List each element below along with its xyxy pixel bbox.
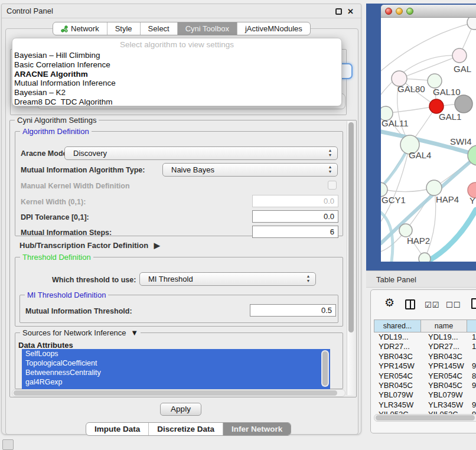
node[interactable]	[467, 18, 476, 30]
zoom-window-button[interactable]	[406, 8, 413, 15]
float-window-icon[interactable]	[335, 8, 342, 15]
close-window-button[interactable]	[385, 8, 392, 15]
column-header-partial[interactable]: A	[467, 319, 476, 332]
attribute-item-selected[interactable]: TopologicalCoefficient	[22, 358, 330, 368]
minimize-window-button[interactable]	[396, 8, 403, 15]
attribute-item-selected[interactable]: SelfLoops	[22, 349, 330, 358]
tab-impute-data[interactable]: Impute Data	[86, 423, 149, 435]
tab-select-label: Select	[148, 24, 169, 33]
mi-type-label: Mutual Information Algorithm Type:	[21, 166, 145, 174]
attribute-item-selected[interactable]: gal4RGexp	[22, 377, 330, 387]
cell-shared-name: YBR045C	[374, 381, 421, 390]
deselect-all-icon[interactable]: ☐☐	[446, 301, 461, 309]
tab-style[interactable]: Style	[107, 22, 141, 35]
table-row[interactable]: YDL19... YDL19... 13	[374, 332, 476, 342]
algorithm-option[interactable]: Mutual Information Inference	[12, 79, 341, 88]
column-header-name[interactable]: name	[421, 319, 467, 332]
table-row[interactable]: YPR145W YPR145W 9.	[374, 361, 476, 371]
settings-vertical-scrollbar[interactable]	[347, 121, 355, 395]
table-row[interactable]: YDR27... YDR27... 12	[374, 342, 476, 351]
manual-kernel-label: Manual Kernel Width Definition	[21, 182, 130, 190]
table-row[interactable]: YER054C YER054C 8.	[374, 371, 476, 381]
node-label: GAL10	[433, 87, 461, 97]
which-threshold-combobox[interactable]: MI Threshold ▲▼	[139, 272, 316, 286]
mi-type-value: Naive Bayes	[171, 165, 214, 174]
cell-value: 12	[467, 342, 476, 351]
cell-value: 9.	[467, 400, 476, 410]
node-label: SWI4	[450, 136, 472, 146]
cell-name: YBL079W	[421, 390, 467, 400]
mi-type-combobox[interactable]: Naive Bayes ▲▼	[162, 163, 338, 177]
application-root: Control Panel ✕ Network Style Select	[0, 0, 476, 450]
node-hap2[interactable]	[399, 224, 412, 237]
network-view-canvas[interactable]: GAL GAL80 GAL10 GAL1 GAL11 GAL4 SWI4 GCY…	[381, 18, 476, 262]
tab-cyni-toolbox[interactable]: Cyni Toolbox	[178, 22, 237, 35]
control-panel-tab-bar: Network Style Select Cyni Toolbox jActiv…	[53, 22, 311, 35]
node[interactable]	[419, 253, 431, 262]
table-row[interactable]: YBR043C YBR043C	[374, 352, 476, 361]
dpi-tolerance-label: DPI Tolerance [0,1]:	[21, 213, 89, 221]
table-row[interactable]: YBL079W YBL079W	[374, 390, 476, 400]
algorithm-option[interactable]: Bayesian – Hill Climbing	[12, 51, 341, 60]
table-row[interactable]: YLR345W YLR345W 9.	[374, 400, 476, 410]
tab-jactivemnodules-label: jActiveMNodules	[245, 24, 302, 33]
manual-kernel-checkbox[interactable]	[328, 181, 337, 190]
algorithm-option[interactable]: Dream8 DC_TDC Algorithm	[12, 97, 341, 106]
settings-horizontal-scrollbar[interactable]	[12, 389, 345, 397]
cell-value: 13	[467, 332, 476, 342]
node-hap4[interactable]	[426, 180, 442, 195]
algorithm-option[interactable]: Bayesian – K2	[12, 88, 341, 97]
mi-steps-field[interactable]: 6	[252, 226, 338, 238]
node-label: GAL	[454, 64, 471, 74]
data-attributes-list[interactable]: SelfLoops TopologicalCoefficient Between…	[22, 349, 330, 389]
algorithm-option-highlighted[interactable]: ARACNE Algorithm	[12, 70, 341, 79]
export-table-icon[interactable]	[471, 298, 476, 309]
tab-discretize-data[interactable]: Discretize Data	[149, 423, 223, 435]
tab-select[interactable]: Select	[141, 22, 178, 35]
minimized-panel-icon[interactable]	[2, 439, 14, 450]
mi-threshold-label: Mutual Information Threshold:	[25, 307, 132, 315]
kernel-width-label: Kernel Width (0,1):	[21, 198, 86, 206]
close-icon[interactable]: ✕	[347, 7, 354, 16]
aracne-mode-label: Aracne Mode:	[21, 149, 70, 158]
hub-definition-label: Hub/Transcription Factor Definition	[19, 241, 148, 250]
tab-infer-network[interactable]: Infer Network	[223, 423, 291, 435]
which-threshold-value: MI Threshold	[148, 275, 193, 283]
sources-group-title[interactable]: Sources for Network Inference ▼	[20, 328, 141, 337]
attribute-item-selected[interactable]: BetweennessCentrality	[22, 368, 330, 377]
cell-name: YDR27...	[421, 342, 467, 351]
mi-threshold-field[interactable]: 0.5	[250, 304, 336, 317]
node-gal-partial[interactable]	[452, 48, 467, 63]
table-row[interactable]: YBR045C YBR045C 9.	[374, 381, 476, 390]
table-horizontal-scrollbar[interactable]	[374, 414, 476, 422]
gear-icon[interactable]: ⚙	[384, 296, 395, 309]
cell-value	[467, 390, 476, 400]
attribute-list-scrollbar[interactable]	[321, 350, 329, 387]
node-label: HAP4	[436, 194, 459, 204]
columns-icon[interactable]	[405, 299, 415, 309]
kernel-width-field[interactable]: 0.0	[252, 195, 338, 207]
node-gray[interactable]	[455, 95, 472, 113]
table-panel-title: Table Panel	[376, 275, 416, 284]
cell-name: YDL19...	[421, 332, 467, 342]
algorithm-definition-title: Algorithm Definition	[20, 127, 92, 136]
cell-shared-name: YBR043C	[374, 352, 421, 361]
dpi-tolerance-field[interactable]: 0.0	[252, 210, 338, 223]
column-header-shared-name[interactable]: shared...	[374, 319, 421, 332]
tab-network[interactable]: Network	[53, 22, 107, 35]
expand-arrow-icon: ▼	[131, 328, 138, 337]
aracne-mode-value: Discovery	[73, 149, 107, 158]
tab-jactivemnodules[interactable]: jActiveMNodules	[237, 22, 310, 35]
select-all-icon[interactable]: ☑☑	[425, 301, 439, 309]
node-gal10[interactable]	[428, 74, 442, 88]
which-threshold-label: Which threshold to use:	[52, 276, 136, 284]
algorithm-option[interactable]: Basic Correlation Inference	[12, 60, 341, 70]
threshold-definition-title: Threshold Definition	[20, 253, 93, 262]
cell-value: 8.	[467, 371, 476, 381]
aracne-mode-combobox[interactable]: Discovery ▲▼	[64, 146, 338, 160]
apply-button[interactable]: Apply	[160, 403, 201, 416]
cell-shared-name: YDR27...	[374, 342, 421, 351]
cell-shared-name: YDL19...	[374, 332, 421, 342]
hub-definition-toggle[interactable]: Hub/Transcription Factor Definition ▶	[19, 241, 160, 250]
network-window-titlebar[interactable]	[381, 5, 476, 18]
